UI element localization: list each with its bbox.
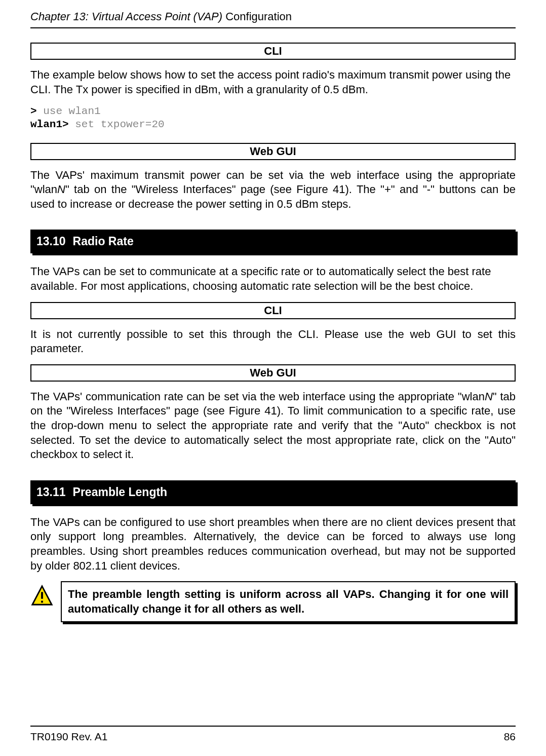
cli-prompt-1: > xyxy=(30,105,37,117)
italic-n-2: N xyxy=(485,390,493,403)
footer-left: TR0190 Rev. A1 xyxy=(30,731,108,743)
section-number-2: 13.11 xyxy=(36,485,66,499)
svg-rect-1 xyxy=(41,592,43,599)
cli-cmd-1: use wlan1 xyxy=(37,105,101,117)
section-header-radio-rate: 13.10 Radio Rate xyxy=(30,230,516,253)
paragraph-radiorate-intro: The VAPs can be set to communicate at a … xyxy=(30,264,516,293)
cli-line-1: > use wlan1 xyxy=(30,105,516,118)
section-header-preamble: 13.11 Preamble Length xyxy=(30,480,516,504)
cli-line-2: wlan1> set txpower=20 xyxy=(30,118,516,131)
text-part-a-2: The VAPs' communication rate can be set … xyxy=(30,390,485,403)
cli-example-block: > use wlan1 wlan1> set txpower=20 xyxy=(30,105,516,132)
section-title: Radio Rate xyxy=(73,235,134,248)
warning-icon xyxy=(30,584,54,608)
paragraph-txpower-webgui: The VAPs' maximum transmit power can be … xyxy=(30,168,516,212)
page-footer: TR0190 Rev. A1 86 xyxy=(30,726,516,743)
webgui-box-label-1: Web GUI xyxy=(30,143,516,160)
section-number: 13.10 xyxy=(36,235,66,248)
warning-row: The preamble length setting is uniform a… xyxy=(30,581,516,622)
chapter-title-normal: Configuration xyxy=(225,10,292,23)
webgui-box-label-2: Web GUI xyxy=(30,364,516,382)
paragraph-preamble-intro: The VAPs can be configured to use short … xyxy=(30,515,516,573)
paragraph-radiorate-cli: It is not currently possible to set this… xyxy=(30,327,516,356)
text-part-b: " tab on the "Wireless Interfaces" page … xyxy=(30,183,516,210)
italic-n-1: N xyxy=(57,183,65,196)
footer-page-number: 86 xyxy=(504,731,516,743)
cli-box-label-1: CLI xyxy=(30,43,516,60)
page-header: Chapter 13: Virtual Access Point (VAP) C… xyxy=(30,10,516,28)
chapter-title-italic: Chapter 13: Virtual Access Point (VAP) xyxy=(30,10,225,23)
warning-box: The preamble length setting is uniform a… xyxy=(61,581,516,622)
cli-cmd-2: set txpower=20 xyxy=(69,119,165,130)
paragraph-txpower-intro: The example below shows how to set the a… xyxy=(30,68,516,97)
section-title-2: Preamble Length xyxy=(73,485,168,499)
paragraph-radiorate-webgui: The VAPs' communication rate can be set … xyxy=(30,390,516,462)
svg-rect-2 xyxy=(41,601,43,603)
cli-box-label-2: CLI xyxy=(30,302,516,319)
cli-prompt-2: wlan1> xyxy=(30,119,69,130)
